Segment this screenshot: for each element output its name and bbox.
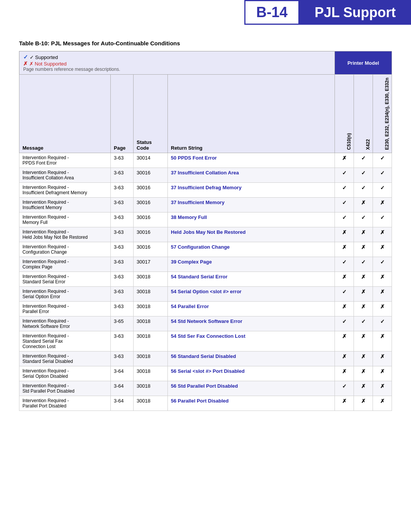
- cell-status-code: 30016: [134, 168, 168, 183]
- cell-c510n: ✗: [335, 242, 354, 257]
- table-row: Intervention Required - Serial Option Di…: [19, 366, 392, 381]
- cell-status-code: 30016: [134, 227, 168, 242]
- cell-message: Intervention Required - Parallel Port Di…: [19, 396, 111, 411]
- cell-c510n: ✓: [335, 212, 354, 227]
- table-row: Intervention Required - Complex Page3-63…: [19, 257, 392, 272]
- cell-eseries: ✓: [373, 153, 392, 168]
- cell-x422: ✓: [354, 212, 373, 227]
- column-header-row: Message Page Status Code Return String C…: [19, 75, 392, 153]
- cell-status-code: 30018: [134, 287, 168, 302]
- cell-x422: ✗: [354, 198, 373, 212]
- cell-eseries: ✗: [373, 287, 392, 302]
- cell-c510n: ✓: [335, 316, 354, 331]
- cell-return-string: 50 PPDS Font Error: [168, 153, 335, 168]
- printer-model-header: Printer Model: [335, 51, 392, 75]
- cell-x422: ✗: [354, 272, 373, 287]
- cell-c510n: ✗: [335, 272, 354, 287]
- cell-eseries: ✗: [373, 242, 392, 257]
- table-row: Intervention Required - Configuration Ch…: [19, 242, 392, 257]
- cell-c510n: ✓: [335, 168, 354, 183]
- cell-x422: ✗: [354, 287, 373, 302]
- cell-page: 3-63: [111, 331, 134, 351]
- cell-x422: ✗: [354, 396, 373, 411]
- table-row: Intervention Required - Standard Serial …: [19, 351, 392, 366]
- cell-c510n: ✓: [335, 183, 354, 198]
- cell-c510n: ✓: [335, 198, 354, 212]
- cell-message: Intervention Required - Memory Full: [19, 212, 111, 227]
- cell-x422: ✓: [354, 257, 373, 272]
- cell-x422: ✓: [354, 316, 373, 331]
- cell-c510n: ✓: [335, 287, 354, 302]
- cell-eseries: ✗: [373, 396, 392, 411]
- cell-message: Intervention Required - Standard Serial …: [19, 351, 111, 366]
- cell-x422: ✗: [354, 351, 373, 366]
- cell-c510n: ✗: [335, 227, 354, 242]
- cell-return-string: 54 Standard Serial Error: [168, 272, 335, 287]
- cell-page: 3-63: [111, 183, 134, 198]
- cell-status-code: 30018: [134, 316, 168, 331]
- legend-note: Page numbers reference message descripti…: [23, 67, 331, 72]
- cell-return-string: 56 Parallel Port Disabled: [168, 396, 335, 411]
- cell-eseries: ✗: [373, 331, 392, 351]
- section-title: PJL Support: [299, 0, 411, 25]
- cell-status-code: 30018: [134, 396, 168, 411]
- cell-return-string: 56 Standard Serial Disabled: [168, 351, 335, 366]
- cell-return-string: Held Jobs May Not Be Restored: [168, 227, 335, 242]
- cell-return-string: 54 Std Network Software Error: [168, 316, 335, 331]
- cell-return-string: 57 Configuration Change: [168, 242, 335, 257]
- col-message-header: Message: [19, 75, 111, 153]
- cell-c510n: ✗: [335, 302, 354, 316]
- cell-status-code: 30016: [134, 183, 168, 198]
- cell-c510n: ✓: [335, 381, 354, 396]
- cell-page: 3-63: [111, 272, 134, 287]
- cell-x422: ✗: [354, 242, 373, 257]
- table-body: Intervention Required - PPDS Font Error3…: [19, 153, 392, 411]
- cell-return-string: 56 Std Parallel Port Disabled: [168, 381, 335, 396]
- cell-message: Intervention Required - Std Parallel Por…: [19, 381, 111, 396]
- table-row: Intervention Required - Serial Option Er…: [19, 287, 392, 302]
- table-title: Table B-10: PJL Messages for Auto-Contin…: [19, 40, 392, 46]
- cell-message: Intervention Required - Insufficient Mem…: [19, 198, 111, 212]
- table-row: Intervention Required - Insufficient Mem…: [19, 198, 392, 212]
- cell-x422: ✓: [354, 183, 373, 198]
- cell-page: 3-64: [111, 381, 134, 396]
- cell-eseries: ✗: [373, 351, 392, 366]
- cell-page: 3-63: [111, 168, 134, 183]
- cell-message: Intervention Required - Standard Serial …: [19, 272, 111, 287]
- not-supported-legend: ✗ ✗ Not Supported: [23, 61, 331, 67]
- cell-eseries: ✓: [373, 316, 392, 331]
- table-row: Intervention Required - Standard Serial …: [19, 331, 392, 351]
- cell-status-code: 30018: [134, 351, 168, 366]
- cell-c510n: ✗: [335, 396, 354, 411]
- cell-return-string: 54 Serial Option <slot #> error: [168, 287, 335, 302]
- table-row: Intervention Required - Standard Serial …: [19, 272, 392, 287]
- cell-x422: ✗: [354, 331, 373, 351]
- cell-eseries: ✓: [373, 212, 392, 227]
- col-page-header: Page: [111, 75, 134, 153]
- cell-return-string: 56 Serial <slot #> Port Disabled: [168, 366, 335, 381]
- cell-return-string: 38 Memory Full: [168, 212, 335, 227]
- cell-eseries: ✓: [373, 257, 392, 272]
- cell-page: 3-63: [111, 257, 134, 272]
- cell-message: Intervention Required - Insufficient Def…: [19, 183, 111, 198]
- cell-x422: ✗: [354, 366, 373, 381]
- cell-page: 3-63: [111, 302, 134, 316]
- cell-message: Intervention Required - Serial Option Di…: [19, 366, 111, 381]
- cell-x422: ✗: [354, 302, 373, 316]
- cell-status-code: 30018: [134, 366, 168, 381]
- cell-eseries: ✓: [373, 183, 392, 198]
- table-row: Intervention Required - Parallel Error3-…: [19, 302, 392, 316]
- col-return-header: Return String: [168, 75, 335, 153]
- cell-eseries: ✗: [373, 381, 392, 396]
- cell-x422: ✓: [354, 153, 373, 168]
- cell-return-string: 54 Std Ser Fax Connection Lost: [168, 331, 335, 351]
- cell-page: 3-63: [111, 198, 134, 212]
- cell-message: Intervention Required - Complex Page: [19, 257, 111, 272]
- cell-c510n: ✗: [335, 351, 354, 366]
- cell-page: 3-64: [111, 396, 134, 411]
- cell-eseries: ✗: [373, 227, 392, 242]
- cell-page: 3-63: [111, 212, 134, 227]
- cell-page: 3-63: [111, 351, 134, 366]
- cell-status-code: 30014: [134, 153, 168, 168]
- legend-cell: ✓ ✓ Supported ✗ ✗ Not Supported Page num…: [19, 51, 335, 75]
